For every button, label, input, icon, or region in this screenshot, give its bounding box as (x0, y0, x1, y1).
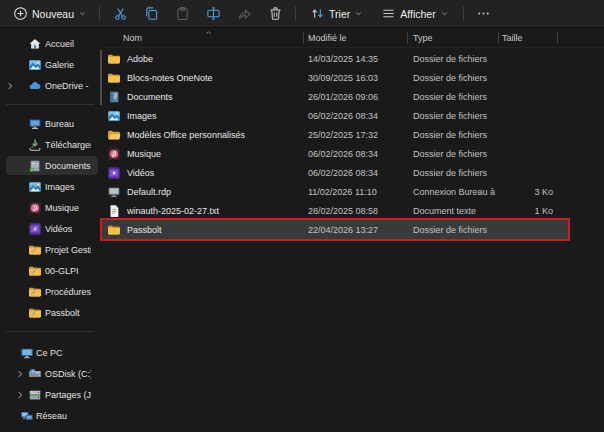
file-row-vid-os[interactable]: Vidéos06/02/2026 08:34Dossier de fichier… (102, 163, 568, 182)
file-row-documents[interactable]: Documents26/01/2026 09:06Dossier de fich… (102, 87, 568, 106)
column-divider[interactable] (498, 32, 499, 44)
file-type: Dossier de fichiers (407, 54, 498, 64)
chevron-down-icon (354, 9, 363, 18)
column-headers: Nom Modifié le Type Taille (102, 28, 604, 48)
chevron-right-icon[interactable] (5, 81, 15, 91)
sidebar-item-t-l-chargement[interactable]: Téléchargement (0, 134, 100, 155)
sidebar-scrollbar[interactable] (100, 50, 102, 105)
gallery-icon (28, 58, 42, 72)
chevron-right-icon[interactable] (15, 369, 25, 379)
file-row-adobe[interactable]: Adobe14/03/2025 14:35Dossier de fichiers (102, 49, 568, 68)
file-type: Dossier de fichiers (407, 111, 498, 121)
sidebar-item-label: Vidéos (45, 224, 72, 234)
copy-button[interactable] (136, 2, 166, 26)
file-size: 1 Ko (498, 206, 562, 216)
sidebar-item-passbolt[interactable]: Passbolt (0, 302, 100, 323)
sidebar-item-00-glpi[interactable]: 00-GLPI (0, 260, 100, 281)
sidebar-item-label: OSDisk (C:) (45, 369, 91, 379)
sidebar-item-bureau[interactable]: Bureau (0, 113, 100, 134)
file-row-passbolt[interactable]: Passbolt22/04/2026 13:27Dossier de fichi… (102, 220, 568, 239)
more-options-button[interactable] (469, 2, 499, 26)
text-document-icon (107, 204, 121, 218)
sidebar-item-vid-os[interactable]: Vidéos (0, 218, 100, 239)
sidebar-item-accueil[interactable]: Accueil (0, 33, 100, 54)
sidebar-item-label: Bureau (45, 119, 74, 129)
sidebar-item-images[interactable]: Images (0, 176, 100, 197)
file-modified-date: 11/02/2026 11:10 (303, 187, 407, 197)
view-lines-icon (381, 6, 396, 21)
sidebar-item-documents[interactable]: Documents (0, 155, 100, 176)
sidebar-item-onedrive-persona[interactable]: OneDrive - Persona (0, 75, 100, 96)
file-modified-date: 06/02/2026 08:34 (303, 149, 407, 159)
file-type: Dossier de fichiers (407, 73, 498, 83)
paste-icon (175, 6, 190, 21)
column-header-modified[interactable]: Modifié le (303, 33, 407, 43)
command-bar: Nouveau Trier Afficher (0, 0, 604, 28)
column-divider[interactable] (303, 32, 304, 44)
pin-icon (28, 139, 39, 150)
sort-arrows-icon (310, 6, 325, 21)
file-row-musique[interactable]: Musique06/02/2026 08:34Dossier de fichie… (102, 144, 568, 163)
sidebar-item-ce-pc[interactable]: Ce PC (0, 342, 100, 363)
rename-button[interactable] (198, 2, 228, 26)
file-name: Vidéos (127, 168, 154, 178)
file-type: Dossier de fichiers (407, 130, 498, 140)
sidebar-item-partages-j-[interactable]: Partages (J:) (0, 384, 100, 405)
chevron-right-icon[interactable] (15, 390, 25, 400)
drive-network-icon (28, 388, 42, 402)
file-row-winauth-2025-02-27-txt[interactable]: winauth-2025-02-27.txt28/02/2025 08:58Do… (102, 201, 568, 220)
file-name: Modèles Office personnalisés (127, 130, 245, 140)
pin-icon (28, 118, 39, 129)
rename-icon (206, 6, 221, 21)
videos-icon (107, 166, 121, 180)
folder-icon (107, 223, 121, 237)
chevron-down-icon (440, 9, 449, 18)
file-row-mod-les-office-personnalis-s[interactable]: Modèles Office personnalisés25/02/2025 1… (102, 125, 568, 144)
sidebar-item-osdisk-c-[interactable]: OSDisk (C:) (0, 363, 100, 384)
sidebar-item-r-seau[interactable]: Réseau (0, 405, 100, 426)
file-name: Default.rdp (127, 187, 171, 197)
sidebar-item-label: Documents (45, 161, 91, 171)
file-type: Connexion Bureau à ... (407, 187, 498, 197)
file-type: Dossier de fichiers (407, 225, 498, 235)
sidebar-item-label: 00-GLPI (45, 266, 79, 276)
share-button[interactable] (229, 2, 259, 26)
file-row-images[interactable]: Images06/02/2026 08:34Dossier de fichier… (102, 106, 568, 125)
cut-button[interactable] (105, 2, 135, 26)
computer-icon (20, 346, 34, 360)
pin-icon (28, 181, 39, 192)
music-icon (107, 147, 121, 161)
sidebar-item-galerie[interactable]: Galerie (0, 54, 100, 75)
drive-os-icon (28, 367, 42, 381)
folder-icon (107, 71, 121, 85)
copy-icon (144, 6, 159, 21)
file-modified-date: 28/02/2025 08:58 (303, 206, 407, 216)
sort-button[interactable]: Trier (303, 2, 370, 26)
column-divider[interactable] (557, 32, 558, 44)
file-row-default-rdp[interactable]: Default.rdp11/02/2026 11:10Connexion Bur… (102, 182, 568, 201)
pin-icon (28, 265, 39, 276)
new-button[interactable]: Nouveau (6, 2, 94, 26)
sidebar-item-label: Téléchargement (45, 140, 91, 150)
network-icon (20, 409, 34, 423)
pin-icon (28, 202, 39, 213)
home-icon (28, 37, 42, 51)
sidebar-item-proc-dures-glpi[interactable]: Procédures_GLPI (0, 281, 100, 302)
view-button-label: Afficher (400, 8, 435, 20)
file-modified-date: 22/04/2026 13:27 (303, 225, 407, 235)
sidebar-item-musique[interactable]: Musique (0, 197, 100, 218)
view-button[interactable]: Afficher (374, 2, 455, 26)
pin-icon (28, 244, 39, 255)
sidebar-item-projet-gestionna[interactable]: Projet Gestionna (0, 239, 100, 260)
paste-button[interactable] (167, 2, 197, 26)
folder-icon (107, 52, 121, 66)
column-divider[interactable] (407, 32, 408, 44)
documents-icon (107, 90, 121, 104)
sidebar-item-label: OneDrive - Persona (45, 81, 91, 91)
trash-icon (268, 6, 283, 21)
pictures-icon (107, 109, 121, 123)
delete-button[interactable] (260, 2, 290, 26)
column-header-type[interactable]: Type (407, 33, 498, 43)
column-header-size[interactable]: Taille (498, 33, 562, 43)
file-row-blocs-notes-onenote[interactable]: Blocs-notes OneNote30/09/2025 16:03Dossi… (102, 68, 568, 87)
